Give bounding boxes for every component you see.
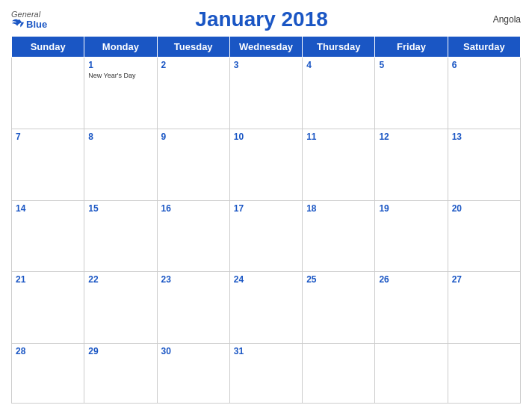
day-number: 7 [16, 132, 80, 142]
calendar-cell: 24 [229, 272, 302, 344]
day-header-friday: Friday [375, 37, 448, 58]
calendar-cell [375, 344, 448, 404]
day-header-wednesday: Wednesday [229, 37, 302, 58]
logo-general-text: General [11, 10, 40, 19]
day-header-thursday: Thursday [303, 37, 375, 58]
calendar-header: General Blue January 2018 Angola [11, 7, 521, 31]
calendar-cell: 18 [303, 200, 375, 272]
calendar-cell: 10 [229, 129, 302, 200]
calendar-cell: 7 [12, 129, 84, 200]
day-number: 8 [88, 132, 152, 142]
calendar-cell: 19 [375, 200, 448, 272]
week-row-4: 21222324252627 [12, 272, 521, 344]
day-header-saturday: Saturday [448, 37, 520, 58]
day-number: 11 [306, 132, 371, 142]
day-number: 4 [306, 60, 371, 70]
days-header-row: SundayMondayTuesdayWednesdayThursdayFrid… [12, 37, 521, 58]
day-number: 23 [161, 274, 226, 285]
calendar-cell: 31 [229, 344, 302, 404]
calendar-cell: 22 [84, 272, 157, 344]
calendar-cell: 20 [448, 200, 520, 272]
calendar-cell: 8 [84, 129, 157, 200]
calendar-cell [448, 344, 520, 404]
calendar-cell: 6 [448, 58, 520, 129]
day-header-tuesday: Tuesday [157, 37, 229, 58]
week-row-1: 1New Year's Day23456 [12, 58, 521, 129]
calendar-cell: 4 [303, 58, 375, 129]
day-number: 19 [379, 203, 443, 214]
day-number: 27 [452, 274, 516, 285]
logo-blue-container: Blue [11, 19, 47, 30]
calendar-cell: 30 [157, 344, 229, 404]
week-row-5: 28293031 [12, 344, 521, 404]
calendar-cell: 2 [157, 58, 229, 129]
calendar-cell: 25 [303, 272, 375, 344]
logo-bird-icon [11, 19, 25, 29]
calendar-cell: 21 [12, 272, 84, 344]
country-label: Angola [476, 14, 521, 25]
calendar-cell: 23 [157, 272, 229, 344]
day-number: 16 [161, 203, 226, 214]
day-number: 26 [379, 274, 443, 285]
calendar-title: January 2018 [47, 7, 476, 31]
calendar-cell: 3 [229, 58, 302, 129]
calendar-cell: 14 [12, 200, 84, 272]
week-row-3: 14151617181920 [12, 200, 521, 272]
day-number: 18 [306, 203, 371, 214]
day-number: 31 [234, 346, 298, 356]
calendar-cell: 28 [12, 344, 84, 404]
calendar-cell: 11 [303, 129, 375, 200]
day-number: 22 [88, 274, 152, 285]
day-header-monday: Monday [84, 37, 157, 58]
calendar-cell [12, 58, 84, 129]
day-number: 14 [16, 203, 80, 214]
day-number: 12 [379, 132, 443, 142]
day-header-sunday: Sunday [12, 37, 84, 58]
calendar-cell: 13 [448, 129, 520, 200]
day-number: 10 [234, 132, 298, 142]
day-number: 13 [452, 132, 516, 142]
calendar-cell: 1New Year's Day [84, 58, 157, 129]
day-number: 1 [88, 60, 152, 70]
calendar-cell [303, 344, 375, 404]
day-number: 5 [379, 60, 443, 70]
day-number: 9 [161, 132, 226, 142]
calendar-cell: 29 [84, 344, 157, 404]
day-number: 20 [452, 203, 516, 214]
calendar-cell: 16 [157, 200, 229, 272]
calendar-cell: 17 [229, 200, 302, 272]
day-number: 25 [306, 274, 371, 285]
holiday-name: New Year's Day [88, 72, 152, 80]
day-number: 29 [88, 346, 152, 356]
calendar-cell: 5 [375, 58, 448, 129]
calendar-table: SundayMondayTuesdayWednesdayThursdayFrid… [11, 36, 521, 404]
day-number: 24 [234, 274, 298, 285]
calendar-cell: 15 [84, 200, 157, 272]
day-number: 17 [234, 203, 298, 214]
day-number: 15 [88, 203, 152, 214]
day-number: 6 [452, 60, 516, 70]
day-number: 28 [16, 346, 80, 356]
logo-blue-text: Blue [26, 19, 47, 30]
day-number: 30 [161, 346, 226, 356]
calendar-cell: 9 [157, 129, 229, 200]
calendar-cell: 26 [375, 272, 448, 344]
logo: General Blue [11, 10, 47, 30]
day-number: 3 [234, 60, 298, 70]
day-number: 2 [161, 60, 226, 70]
calendar-cell: 12 [375, 129, 448, 200]
day-number: 21 [16, 274, 80, 285]
calendar-cell: 27 [448, 272, 520, 344]
week-row-2: 78910111213 [12, 129, 521, 200]
